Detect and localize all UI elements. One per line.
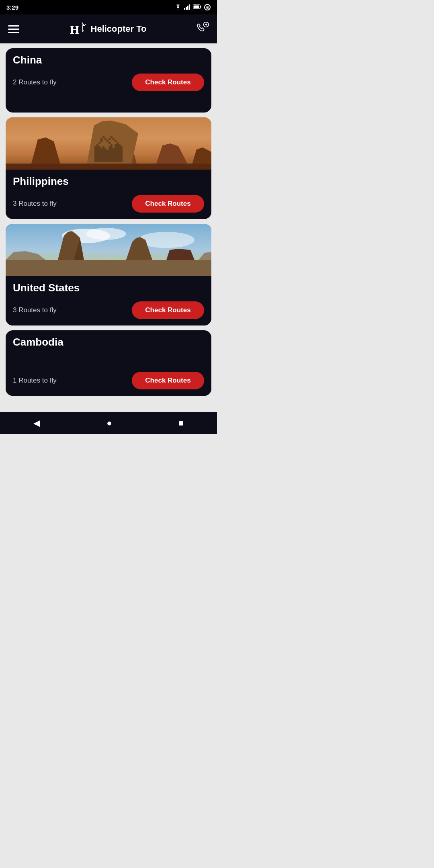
svg-rect-6 (194, 5, 199, 8)
app-header: H Helicopter To (0, 14, 217, 43)
destination-image-us (6, 224, 211, 276)
card-footer-philippines: 3 Routes to fly Check Routes (6, 190, 211, 219)
svg-point-21 (86, 228, 126, 240)
landscape-svg-us (6, 224, 211, 276)
recent-apps-button[interactable]: ■ (170, 415, 192, 432)
status-time: 3:29 (6, 4, 18, 11)
status-bar: 3:29 (0, 0, 217, 14)
destination-card-us: United States 3 Routes to fly Check Rout… (6, 224, 211, 326)
svg-rect-3 (189, 4, 190, 10)
routes-text-philippines: 3 Routes to fly (13, 200, 57, 208)
svg-rect-23 (6, 260, 211, 276)
card-footer-cambodia: 1 Routes to fly Check Routes (6, 367, 211, 396)
bottom-navigation: ◀ ● ■ (0, 412, 217, 434)
app-title: H Helicopter To (69, 20, 147, 38)
svg-marker-28 (166, 249, 194, 260)
battery-icon (193, 4, 202, 10)
check-routes-button-cambodia[interactable]: Check Routes (132, 372, 204, 389)
destination-name-philippines: Philippines (13, 172, 204, 190)
destination-card-philippines: Philippines 3 Routes to fly Check Routes (6, 117, 211, 219)
notification-icon: ⊙ (204, 4, 211, 10)
destination-name-cambodia: Cambodia (6, 330, 211, 351)
destination-name-china: China (6, 48, 211, 69)
svg-rect-5 (201, 6, 202, 8)
check-routes-button-philippines[interactable]: Check Routes (132, 195, 204, 213)
check-routes-button-china[interactable]: Check Routes (132, 74, 204, 91)
header-title-text: Helicopter To (91, 24, 147, 34)
routes-text-us: 3 Routes to fly (13, 306, 57, 314)
destination-card-china: China 2 Routes to fly Check Routes (6, 48, 211, 113)
add-call-icon (196, 22, 209, 35)
svg-rect-0 (184, 8, 185, 10)
wifi-icon (174, 4, 182, 11)
routes-text-china: 2 Routes to fly (13, 78, 57, 86)
svg-marker-14 (86, 121, 138, 170)
back-button[interactable]: ◀ (25, 415, 48, 432)
svg-text:H: H (70, 23, 79, 36)
check-routes-button-us[interactable]: Check Routes (132, 301, 204, 319)
destination-image-philippines (6, 117, 211, 170)
destination-name-us: United States (13, 278, 204, 297)
card-footer-us: 3 Routes to fly Check Routes (6, 297, 211, 326)
main-content: China 2 Routes to fly Check Routes (0, 43, 217, 412)
routes-text-cambodia: 1 Routes to fly (13, 377, 57, 385)
destination-card-cambodia: Cambodia 1 Routes to fly Check Routes (6, 330, 211, 396)
svg-rect-18 (6, 164, 211, 170)
status-icons: ⊙ (174, 4, 211, 11)
signal-icon (184, 4, 190, 11)
card-footer-china: 2 Routes to fly Check Routes (6, 69, 211, 98)
add-call-button[interactable] (196, 22, 209, 36)
svg-rect-2 (187, 6, 188, 10)
svg-rect-1 (186, 7, 187, 10)
app-logo: H (69, 20, 87, 38)
menu-button[interactable] (8, 25, 19, 33)
landscape-svg-philippines (6, 117, 211, 170)
home-button[interactable]: ● (98, 415, 120, 432)
